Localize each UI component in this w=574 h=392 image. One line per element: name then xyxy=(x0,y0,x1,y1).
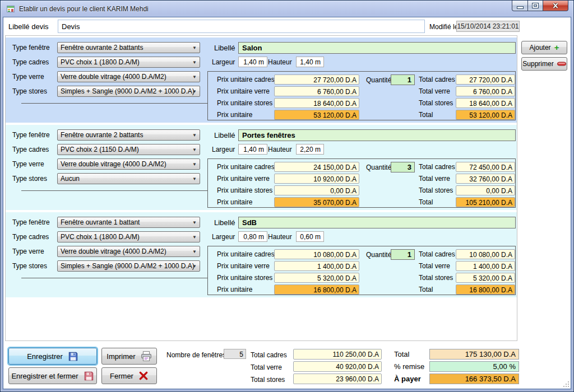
save-close-button-label: Enregistrer et fermer xyxy=(11,372,78,380)
largeur-field[interactable]: 0,80 m xyxy=(238,231,267,242)
total-label: Total xyxy=(419,286,456,293)
group-divider xyxy=(21,103,207,104)
quote-line-1: Type fenêtre Fenêtre ouvrante 2 battants… xyxy=(6,38,517,123)
grand-total-label: Total xyxy=(394,350,409,358)
unit-prices: Prix unitaire cadres10 080,00 D.A Prix u… xyxy=(217,249,359,295)
type-stores-select[interactable]: Simples + Sangle (9000 D.A/M2 + 1000 D.A… xyxy=(57,86,200,97)
remove-line-button[interactable]: Supprimer xyxy=(521,57,567,71)
type-fenetre-select[interactable]: Fenêtre ouvrante 2 battants▼ xyxy=(57,42,200,53)
pu-cadres-field: 27 720,00 D.A xyxy=(274,74,359,85)
combo-value: Verre double vitrage (4000 D.A/M2) xyxy=(61,248,166,255)
price-panel: Prix unitaire cadres27 720,00 D.A Prix u… xyxy=(207,71,516,120)
type-stores-select[interactable]: Aucun▼ xyxy=(57,173,200,184)
total-verre-label: Total verre xyxy=(419,175,456,183)
dialog-body: Libellé devis Modifié le 15/10/2014 23:2… xyxy=(3,17,571,389)
total-field: 16 800,00 D.A xyxy=(456,284,515,295)
type-cadres-label: Type cadres xyxy=(12,233,49,241)
type-fenetre-select[interactable]: Fenêtre ouvrante 1 battant▼ xyxy=(57,217,200,228)
modified-label: Modifié le xyxy=(429,23,458,31)
line-totals: Total cadres10 080,00 D.A Total verre1 4… xyxy=(419,249,515,295)
a-payer-field: 166 373,50 D.A xyxy=(429,374,519,384)
largeur-label: Largeur xyxy=(212,146,235,153)
total-cadres-label: Total cadres xyxy=(419,76,456,83)
devis-label: Libellé devis xyxy=(8,22,49,31)
pu-verre-field: 1 400,00 D.A xyxy=(274,261,359,271)
pu-stores-label: Prix unitaire stores xyxy=(217,99,274,107)
pu-stores-field: 5 320,00 D.A xyxy=(274,273,359,283)
group-divider xyxy=(21,190,207,191)
chevron-down-icon: ▼ xyxy=(192,74,197,80)
hauteur-label: Hauteur xyxy=(268,58,292,66)
libelle-field[interactable]: Salon xyxy=(238,42,516,54)
hauteur-field[interactable]: 1,40 m xyxy=(296,57,324,67)
pu-cadres-label: Prix unitaire cadres xyxy=(217,163,274,171)
quantite-field[interactable]: 1 xyxy=(391,74,415,85)
close-form-button[interactable]: Fermer xyxy=(101,367,157,384)
quantite-field[interactable]: 1 xyxy=(391,249,415,260)
sum-cadres-label: Total cadres xyxy=(251,351,287,359)
libelle-label: Libellé xyxy=(214,44,235,52)
libelle-label: Libellé xyxy=(214,218,235,227)
combo-value: Verre double vitrage (4000 D.A/M2) xyxy=(61,73,166,81)
libelle-field[interactable]: Portes fenêtres xyxy=(238,129,516,141)
type-verre-select[interactable]: Verre double vitrage (4000 D.A/M2)▼ xyxy=(57,158,200,170)
quantite-field[interactable]: 3 xyxy=(391,162,415,172)
type-cadres-select[interactable]: PVC choix 1 (1800 D.A/M)▼ xyxy=(57,231,200,242)
app-icon xyxy=(6,4,15,13)
type-verre-label: Type verre xyxy=(12,73,44,81)
type-cadres-label: Type cadres xyxy=(12,146,49,153)
total-stores-field: 0,00 D.A xyxy=(456,185,515,195)
combo-value: Aucun xyxy=(61,175,80,183)
largeur-field[interactable]: 1,40 m xyxy=(238,144,267,155)
type-stores-label: Type stores xyxy=(12,175,47,183)
largeur-field[interactable]: 1,40 m xyxy=(238,57,267,67)
remove-button-label: Supprimer xyxy=(522,60,553,68)
total-verre-field: 6 760,00 D.A xyxy=(456,86,515,96)
type-fenetre-select[interactable]: Fenêtre ouvrante 2 battants▼ xyxy=(57,129,200,141)
combo-value: PVC choix 1 (1800 D.A/M) xyxy=(61,58,140,66)
type-verre-select[interactable]: Verre double vitrage (4000 D.A/M2)▼ xyxy=(57,246,200,257)
close-form-button-label: Fermer xyxy=(110,372,133,380)
combo-value: PVC choix 2 (1150 D.A/M) xyxy=(61,146,139,153)
add-line-button[interactable]: Ajouter + xyxy=(521,41,567,54)
type-cadres-select[interactable]: PVC choix 1 (1800 D.A/M)▼ xyxy=(57,57,200,68)
save-button[interactable]: Enregistrer xyxy=(8,348,97,365)
pu-cadres-field: 24 150,00 D.A xyxy=(274,162,359,172)
a-payer-label: À payer xyxy=(394,375,421,383)
save-button-label: Enregistrer xyxy=(27,352,63,361)
hauteur-field[interactable]: 2,20 m xyxy=(296,144,324,155)
add-button-label: Ajouter xyxy=(530,44,551,52)
resize-grip[interactable] xyxy=(563,381,570,388)
type-verre-label: Type verre xyxy=(12,160,44,168)
total-stores-label: Total stores xyxy=(419,99,456,107)
pu-verre-label: Prix unitaire verre xyxy=(217,87,274,95)
maximize-button[interactable] xyxy=(528,1,543,11)
total-field: 105 210,00 D.A xyxy=(456,197,515,207)
devis-name-input[interactable] xyxy=(58,20,425,33)
libelle-field[interactable]: SdB xyxy=(238,217,516,228)
remise-label: % remise xyxy=(394,362,424,371)
remise-field[interactable]: 5,00 % xyxy=(429,361,519,372)
print-button[interactable]: Imprimer xyxy=(101,348,157,365)
total-verre-field: 32 760,00 D.A xyxy=(456,174,515,184)
hauteur-field[interactable]: 0,60 m xyxy=(296,231,324,242)
nb-fenetres-label: Nombre de fenêtres xyxy=(166,351,226,359)
sum-verre-field: 40 920,00 D.A xyxy=(293,361,382,372)
close-button[interactable] xyxy=(543,1,568,11)
pu-label: Prix unitaire xyxy=(217,111,274,119)
type-verre-select[interactable]: Verre double vitrage (4000 D.A/M2)▼ xyxy=(57,71,200,82)
total-verre-label: Total verre xyxy=(419,262,456,270)
hauteur-label: Hauteur xyxy=(268,233,292,241)
chevron-down-icon: ▼ xyxy=(192,220,197,225)
pu-stores-field: 18 640,00 D.A xyxy=(274,98,359,108)
quote-line-2: Type fenêtre Fenêtre ouvrante 2 battants… xyxy=(6,125,517,210)
type-stores-select[interactable]: Simples + Sangle (9000 D.A/M2 + 1000 D.A… xyxy=(57,260,200,272)
quote-lines-panel: Type fenêtre Fenêtre ouvrante 2 battants… xyxy=(5,35,517,341)
save-and-close-button[interactable]: Enregistrer et fermer xyxy=(8,367,97,384)
type-cadres-select[interactable]: PVC choix 2 (1150 D.A/M)▼ xyxy=(57,144,200,155)
sum-stores-label: Total stores xyxy=(251,376,285,384)
total-stores-field: 18 640,00 D.A xyxy=(456,98,515,108)
pu-stores-label: Prix unitaire stores xyxy=(217,186,274,194)
group-divider xyxy=(21,278,207,278)
minimize-button[interactable] xyxy=(512,1,528,11)
